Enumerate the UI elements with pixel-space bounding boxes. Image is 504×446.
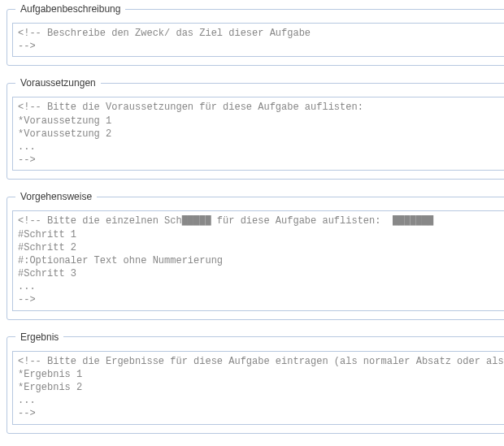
- section-vorgehensweise: Vorgehensweise <!-- Bitte die einzelnen …: [7, 191, 504, 319]
- content-voraussetzungen[interactable]: <!-- Bitte die Voraussetzungen für diese…: [12, 97, 504, 171]
- section-aufgabenbeschreibung: Aufgabenbeschreibung <!-- Beschreibe den…: [7, 3, 504, 66]
- section-voraussetzungen: Voraussetzungen <!-- Bitte die Vorausset…: [7, 77, 504, 180]
- legend-ergebnis: Ergebnis: [15, 331, 63, 343]
- legend-vorgehensweise: Vorgehensweise: [15, 191, 97, 202]
- content-ergebnis[interactable]: <!-- Bitte die Ergebnisse für diese Aufg…: [12, 351, 504, 425]
- legend-aufgabenbeschreibung: Aufgabenbeschreibung: [15, 3, 125, 15]
- legend-voraussetzungen: Voraussetzungen: [15, 77, 101, 89]
- section-ergebnis: Ergebnis <!-- Bitte die Ergebnisse für d…: [7, 331, 504, 434]
- content-aufgabenbeschreibung[interactable]: <!-- Beschreibe den Zweck/ das Ziel dies…: [12, 23, 504, 57]
- content-vorgehensweise[interactable]: <!-- Bitte die einzelnen Sch█████ für di…: [12, 210, 504, 310]
